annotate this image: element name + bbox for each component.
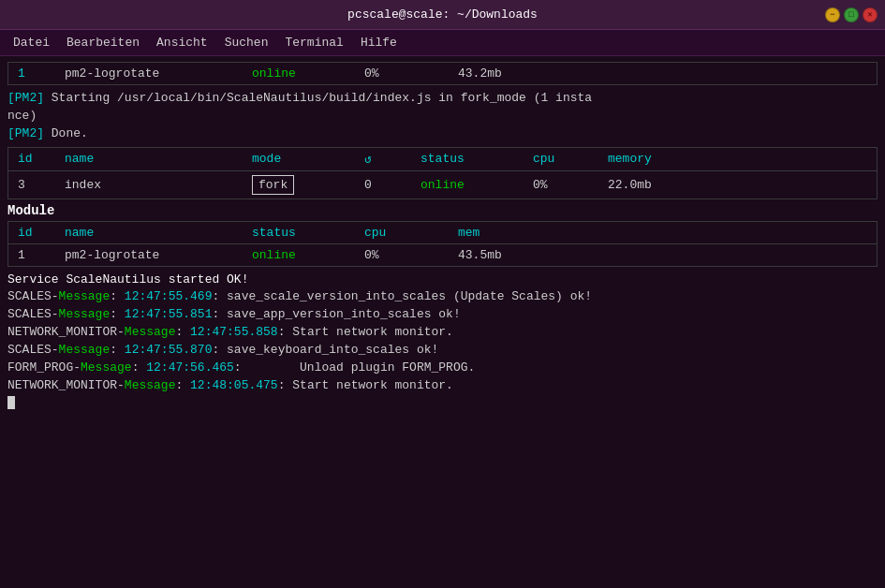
row-restart: 0 — [355, 174, 411, 196]
module-table-row: 1 pm2-logrotate online 0% 43.5mb — [8, 244, 877, 266]
menu-bearbeiten[interactable]: Bearbeiten — [59, 33, 147, 52]
module-table: id name status cpu mem 1 pm2-logrotate o… — [7, 221, 878, 267]
module-table-header: id name status cpu mem — [8, 222, 877, 244]
header-memory: memory — [598, 148, 711, 169]
header-cpu: cpu — [524, 148, 598, 169]
mod-row-status: online — [243, 244, 355, 266]
mod-header-cpu: cpu — [355, 222, 449, 243]
log-line-6: NETWORK_MONITOR-Message: 12:48:05.475: S… — [7, 377, 878, 395]
row-memory: 22.0mb — [598, 174, 711, 196]
header-restart: ↺ — [355, 148, 411, 170]
mod-header-name: name — [55, 222, 243, 243]
header-name: name — [55, 148, 243, 169]
titlebar: pcscale@scale: ~/Downloads − □ ✕ — [0, 0, 885, 30]
mod-row-mem: 43.5mb — [449, 244, 561, 266]
window-controls: − □ ✕ — [825, 7, 878, 22]
menu-hilfe[interactable]: Hilfe — [353, 33, 405, 52]
top-table: 1 pm2-logrotate online 0% 43.2mb — [7, 62, 878, 85]
log-line-3: NETWORK_MONITOR-Message: 12:47:55.858: S… — [7, 324, 878, 342]
pm2-message-1: [PM2] Starting /usr/local/bin/ScaleNauti… — [7, 90, 878, 108]
menu-datei[interactable]: Datei — [6, 33, 57, 52]
menu-suchen[interactable]: Suchen — [217, 33, 276, 52]
minimize-button[interactable]: − — [825, 7, 840, 22]
cell-status: online — [243, 63, 355, 84]
close-button[interactable]: ✕ — [863, 7, 878, 22]
pm2-message-3: [PM2] Done. — [7, 125, 878, 143]
row-cpu: 0% — [524, 174, 598, 196]
menu-terminal[interactable]: Terminal — [277, 33, 350, 52]
mod-header-id: id — [8, 222, 55, 243]
table-row: 1 pm2-logrotate online 0% 43.2mb — [8, 63, 877, 84]
main-table-row: 3 index fork 0 online 0% 22.0mb — [8, 171, 877, 198]
maximize-button[interactable]: □ — [844, 7, 859, 22]
log-line-1: SCALES-Message: 12:47:55.469: save_scale… — [7, 288, 878, 306]
mod-row-id: 1 — [8, 244, 55, 266]
log-line-service: Service ScaleNautilus started OK! — [7, 272, 878, 289]
row-name: index — [55, 174, 243, 196]
titlebar-title: pcscale@scale: ~/Downloads — [347, 7, 538, 22]
mod-header-mem: mem — [449, 222, 561, 243]
cell-memory: 43.2mb — [449, 63, 561, 84]
cell-cpu: 0% — [355, 63, 449, 84]
header-id: id — [8, 148, 55, 169]
header-status: status — [411, 148, 524, 169]
terminal-content: 1 pm2-logrotate online 0% 43.2mb [PM2] S… — [0, 56, 885, 588]
pm2-message-2: nce) — [7, 108, 878, 125]
menu-ansicht[interactable]: Ansicht — [149, 33, 215, 52]
row-id: 3 — [8, 174, 55, 196]
mod-row-cpu: 0% — [355, 244, 449, 266]
fork-badge: fork — [252, 175, 294, 195]
main-table-header: id name mode ↺ status cpu memory — [8, 148, 877, 171]
main-table: id name mode ↺ status cpu memory 3 index… — [7, 147, 878, 199]
log-line-2: SCALES-Message: 12:47:55.851: save_app_v… — [7, 306, 878, 324]
module-section-label: Module — [7, 203, 878, 218]
cursor — [7, 396, 15, 409]
row-mode: fork — [243, 171, 355, 198]
row-status: online — [411, 174, 524, 196]
log-line-4: SCALES-Message: 12:47:55.870: save_keybo… — [7, 342, 878, 360]
header-mode: mode — [243, 148, 355, 169]
cursor-line — [7, 394, 878, 412]
cell-id: 1 — [8, 63, 55, 84]
menubar: Datei Bearbeiten Ansicht Suchen Terminal… — [0, 30, 885, 56]
mod-row-name: pm2-logrotate — [55, 244, 243, 266]
mod-header-status: status — [243, 222, 355, 243]
cell-name: pm2-logrotate — [55, 63, 243, 84]
log-line-5: FORM_PROG-Message: 12:47:56.465: Unload … — [7, 360, 878, 377]
